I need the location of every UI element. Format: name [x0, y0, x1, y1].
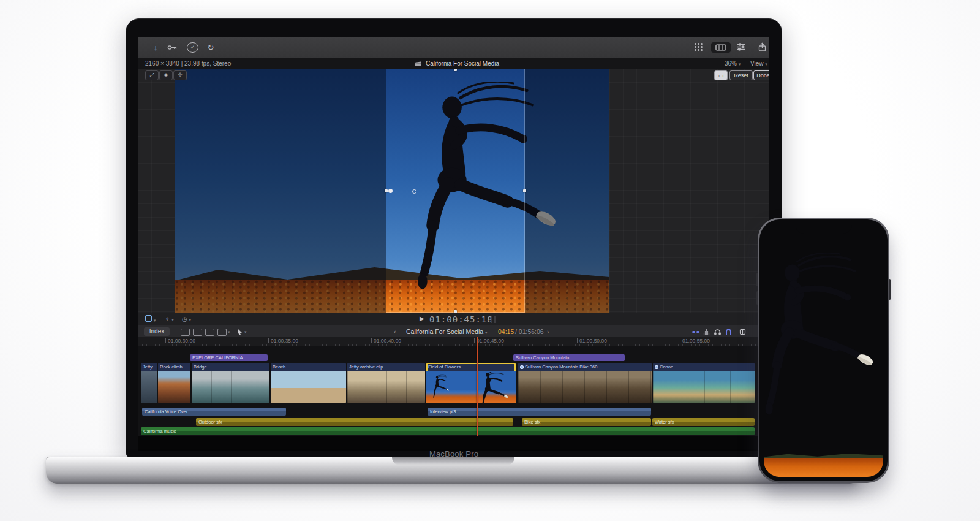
crop-dim-right: [525, 69, 609, 313]
clip-canoe[interactable]: Canoe: [653, 363, 755, 403]
done-button[interactable]: Done: [753, 70, 769, 80]
tool-chevron-icon[interactable]: ▾: [244, 330, 247, 335]
playhead-timecode[interactable]: 01:00:45:18: [429, 314, 493, 324]
sphere-360-icon: [520, 365, 524, 369]
inspector-icon[interactable]: [737, 42, 750, 53]
select-tool-icon[interactable]: [237, 329, 243, 335]
solo-icon[interactable]: [714, 329, 721, 335]
macbook-lid-notch: [392, 457, 514, 465]
ruler-tick: 01:00:50:00: [577, 338, 607, 344]
audio-meter-right: [494, 316, 496, 323]
crop-handle-top[interactable]: [454, 69, 457, 71]
ruler-tick: 01:00:35:00: [268, 338, 298, 344]
crop-dim-left: [175, 69, 386, 313]
clip-sullivan-canyon-360[interactable]: Sullivan Canyon Mountain Bike 360: [518, 363, 652, 403]
audio-clip-voice-over[interactable]: California Voice Over: [142, 408, 286, 416]
connect-clip-icon[interactable]: [181, 329, 190, 336]
iphone-notch: [796, 224, 852, 234]
timeline-ruler[interactable]: 01:00:30:00 01:00:35:00 01:00:40:00 01:0…: [138, 337, 769, 346]
check-circle-icon[interactable]: ✓: [187, 42, 198, 53]
clip-field-of-flowers[interactable]: Field of Flowers: [426, 363, 516, 403]
edit-tools-chevron-icon[interactable]: ▾: [228, 330, 230, 335]
clip-rock-climb[interactable]: Rock climb: [158, 363, 190, 403]
volume-down-button: [756, 291, 758, 305]
snapping-icon[interactable]: [725, 329, 732, 335]
fcp-window: ↓ ✓ ↻ 2160 × 3840 | 23.98 fps, Stereo: [138, 37, 769, 451]
fcp-toolbar: ↓ ✓ ↻: [138, 37, 769, 59]
audio-clip-water-sfx[interactable]: Water sfx: [652, 418, 755, 426]
crop-slider-track: [390, 191, 413, 191]
sphere-360-icon: [655, 365, 658, 369]
audio-clip-interview[interactable]: Interview pt3: [428, 408, 651, 416]
insert-clip-icon[interactable]: [193, 329, 202, 336]
play-icon[interactable]: ▶: [420, 315, 424, 322]
index-button[interactable]: Index: [144, 327, 170, 336]
crop-icon[interactable]: ◈: [159, 70, 173, 80]
filmstrip-view-icon[interactable]: [711, 42, 731, 53]
viewer-canvas: ⤢ ◈ ⟐ ▭ Reset Done: [138, 69, 769, 313]
screen-bottom-spacer: [138, 436, 769, 451]
clip-thumbnail: [426, 371, 516, 403]
timeline-toolbar: Index ▾ ▾ ‹ California For Social Media …: [138, 325, 769, 338]
next-project-icon[interactable]: ›: [547, 325, 549, 338]
clip-thumbnail: [141, 371, 157, 403]
distort-icon[interactable]: ⟐: [173, 70, 187, 80]
append-clip-icon[interactable]: [205, 329, 214, 336]
audio-skimming-icon[interactable]: [703, 329, 710, 335]
ruler-tick: 01:00:40:00: [371, 338, 401, 344]
clip-jetty-archive[interactable]: Jetty archive clip: [347, 363, 425, 403]
poppy-field: [764, 458, 883, 477]
import-icon[interactable]: ↓: [149, 42, 162, 53]
crop-slider-end: [412, 189, 417, 194]
iphone-screen-video: [764, 224, 883, 477]
volume-up-button: [756, 273, 758, 286]
transform-icon[interactable]: ⤢: [145, 70, 159, 80]
previous-project-icon[interactable]: ‹: [394, 325, 396, 338]
audio-meter-left: [491, 316, 492, 323]
background-tasks-icon[interactable]: ↻: [204, 42, 217, 53]
clip-bridge[interactable]: Bridge: [192, 363, 270, 403]
crop-slider-handle[interactable]: [388, 189, 393, 193]
share-icon[interactable]: [758, 42, 769, 53]
clip-thumbnail: [653, 371, 755, 403]
iphone: [758, 218, 889, 483]
viewer-infobar: 2160 × 3840 | 23.98 fps, Stereo Californ…: [138, 58, 769, 69]
transport-bar: ▾ ✧ ▾ ◷ ▾ ▶ 01:00:45:18: [138, 313, 769, 325]
enhancements-wand-icon[interactable]: ✧ ▾: [165, 315, 174, 324]
crop-handle-right[interactable]: [523, 189, 526, 192]
viewer-zoom-menu[interactable]: 36% ▾: [725, 58, 741, 69]
clip-thumbnail: [347, 371, 425, 403]
section-title-bar[interactable]: EXPLORE CALIFORNIA: [190, 354, 268, 361]
clip-appearance-icon[interactable]: ▾: [145, 315, 156, 325]
audio-clip-outdoor-sfx[interactable]: Outdoor sfx: [196, 418, 513, 426]
iphone-frame: [760, 219, 888, 481]
clip-thumbnail: [192, 371, 270, 403]
retime-clock-icon[interactable]: ◷ ▾: [182, 315, 191, 324]
clip-thumbnail: [158, 371, 190, 403]
audio-clip-bike-sfx[interactable]: Bike sfx: [522, 418, 651, 426]
crop-mode-icon[interactable]: ▭: [714, 70, 728, 80]
ruler-tick: 01:00:30:00: [165, 338, 195, 344]
overwrite-clip-icon[interactable]: [217, 329, 227, 336]
keyword-icon[interactable]: [167, 42, 181, 53]
jumping-woman-figure: [764, 253, 883, 432]
playhead[interactable]: [477, 337, 478, 436]
crop-handle-left[interactable]: [385, 189, 388, 192]
audio-clip-music[interactable]: California music: [141, 427, 755, 435]
macbook-bezel: ↓ ✓ ↻ 2160 × 3840 | 23.98 fps, Stereo: [126, 18, 782, 458]
skimming-icon[interactable]: [692, 329, 699, 335]
timeline-elapsed: 04:15: [498, 325, 514, 338]
reset-button[interactable]: Reset: [729, 70, 753, 80]
power-button: [889, 279, 891, 300]
viewer-project-title: California For Social Media: [426, 58, 499, 69]
video-frame: [175, 69, 609, 313]
timeline-options-icon[interactable]: [739, 329, 746, 335]
section-title-bar[interactable]: Sullivan Canyon Mountain: [513, 354, 625, 361]
clip-thumbnail: [271, 371, 346, 403]
clip-beach[interactable]: Beach: [271, 363, 346, 403]
timeline-tracks: EXPLORE CALIFORNIA Sullivan Canyon Mount…: [138, 346, 769, 436]
clip-jetty[interactable]: Jetty: [141, 363, 157, 403]
macbook-deck: [46, 457, 861, 484]
viewer-view-menu[interactable]: View ▾: [750, 58, 767, 69]
browser-grid-icon[interactable]: [694, 42, 707, 53]
